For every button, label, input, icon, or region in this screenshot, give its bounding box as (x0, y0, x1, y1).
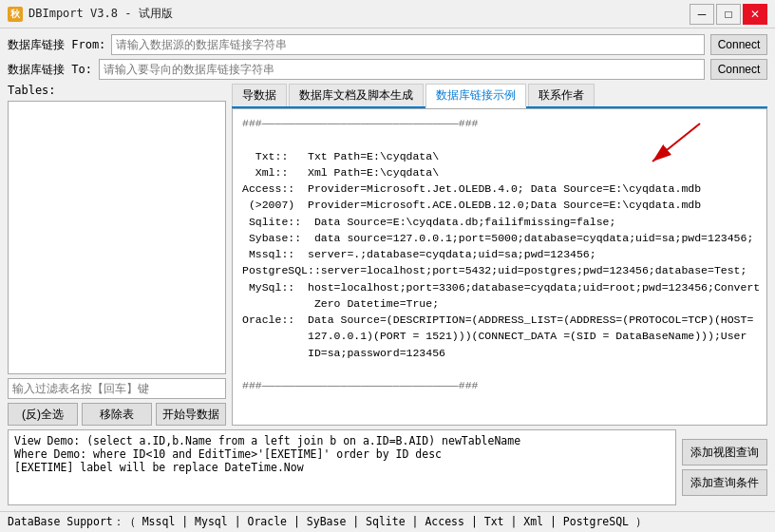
code-line-2: Xml:: Xml Path=E:\cyqdata\ (242, 164, 757, 180)
code-line-0 (242, 131, 757, 147)
app-icon: 秋 (8, 7, 23, 22)
close-button[interactable]: ✕ (743, 4, 767, 25)
code-line-12: 127.0.0.1)(PORT = 1521)))(CONNECT_DATA =… (242, 328, 757, 344)
tables-list[interactable] (8, 101, 226, 374)
demo-text-area: View Demo: (select a.ID,b.Name from a le… (8, 429, 676, 505)
tables-bottom-buttons: (反)全选 移除表 开始导数据 (8, 403, 226, 426)
conn-from-label: 数据库链接 From: (8, 37, 105, 53)
code-sep-2: ###——————————————————————————————### (242, 377, 757, 393)
conn-from-button[interactable]: Connect (710, 34, 767, 55)
status-text: DataBase Support：（ Mssql | Mysql | Oracl… (8, 515, 647, 529)
code-line-1: Txt:: Txt Path=E:\cyqdata\ (242, 148, 757, 164)
maximize-button[interactable]: □ (716, 4, 741, 25)
tables-panel: Tables: (反)全选 移除表 开始导数据 (8, 84, 226, 426)
title-controls: ─ □ ✕ (690, 4, 767, 25)
code-line-5: Sqlite:: Data Source=E:\cyqdata.db;faili… (242, 214, 757, 230)
code-line-11: Oracle:: Data Source=(DESCRIPTION=(ADDRE… (242, 312, 757, 328)
code-line-6: Sybase:: data source=127.0.0.1;port=5000… (242, 230, 757, 246)
code-area: ###——————————————————————————————### Txt… (232, 108, 767, 426)
bottom-buttons: 添加视图查询 添加查询条件 (682, 429, 767, 505)
conn-to-input[interactable] (99, 59, 705, 80)
conn-to-label: 数据库链接 To: (8, 62, 93, 78)
status-bar: DataBase Support：（ Mssql | Mysql | Oracl… (0, 511, 775, 532)
conn-from-input[interactable] (111, 34, 705, 55)
tab-import[interactable]: 导数据 (232, 84, 287, 106)
tab-conn_example[interactable]: 数据库链接示例 (425, 84, 526, 108)
tab-doc[interactable]: 数据库文档及脚本生成 (289, 84, 424, 106)
code-sep-1: ###——————————————————————————————### (242, 115, 757, 131)
title-text: DBImport V3.8 - 试用版 (28, 6, 173, 22)
demo-line-2: [EXETIME] label will be replace DateTime… (14, 461, 670, 474)
code-line-13: ID=sa;password=123456 (242, 345, 757, 361)
add-condition-button[interactable]: 添加查询条件 (682, 469, 767, 496)
title-bar-left: 秋 DBImport V3.8 - 试用版 (8, 6, 173, 22)
conn-from-row: 数据库链接 From: Connect (8, 34, 767, 55)
add-view-button[interactable]: 添加视图查询 (682, 439, 767, 466)
minimize-button[interactable]: ─ (690, 4, 714, 25)
code-line-9: MySql:: host=localhost;port=3306;databas… (242, 279, 757, 295)
code-line-10: Zero Datetime=True; (242, 295, 757, 312)
tab-authors[interactable]: 联系作者 (528, 84, 595, 106)
select-all-button[interactable]: (反)全选 (8, 403, 78, 426)
main-area: 数据库链接 From: Connect 数据库链接 To: Connect Ta… (0, 28, 775, 511)
middle-section: Tables: (反)全选 移除表 开始导数据 导数据数据库文档及脚本生成数据库… (8, 84, 767, 426)
code-line-7: Mssql:: server=.;database=cyqdata;uid=sa… (242, 246, 757, 262)
tabs-bar: 导数据数据库文档及脚本生成数据库链接示例联系作者 (232, 84, 767, 108)
remove-table-button[interactable]: 移除表 (82, 403, 152, 426)
bottom-section: View Demo: (select a.ID,b.Name from a le… (8, 429, 767, 505)
demo-line-0: View Demo: (select a.ID,b.Name from a le… (14, 434, 670, 447)
code-line-14 (242, 361, 757, 377)
conn-to-button[interactable]: Connect (710, 59, 767, 80)
conn-to-row: 数据库链接 To: Connect (8, 59, 767, 80)
start-import-button[interactable]: 开始导数据 (156, 403, 226, 426)
title-bar: 秋 DBImport V3.8 - 试用版 ─ □ ✕ (0, 0, 775, 28)
tables-label: Tables: (8, 84, 226, 97)
code-line-4: (>2007) Provider=Microsoft.ACE.OLEDB.12.… (242, 197, 757, 213)
demo-line-1: Where Demo: where ID<10 and EditTime>'[E… (14, 447, 670, 461)
filter-input[interactable] (8, 378, 226, 399)
right-panel: 导数据数据库文档及脚本生成数据库链接示例联系作者 ###————————————… (232, 84, 767, 426)
code-line-3: Access:: Provider=Microsoft.Jet.OLEDB.4.… (242, 180, 757, 197)
code-line-8: PostgreSQL::server=localhost;port=5432;u… (242, 262, 757, 278)
